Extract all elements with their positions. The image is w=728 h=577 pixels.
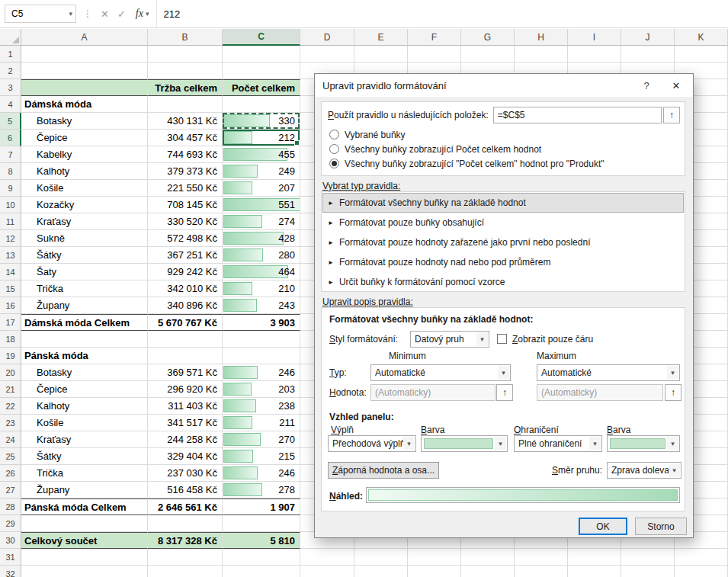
row-header-29[interactable]: 29 (0, 515, 21, 532)
border-color-dropdown[interactable]: ▾ (607, 435, 680, 452)
col-header-E[interactable]: E (354, 29, 408, 46)
cell-C30[interactable]: 5 810 (223, 532, 300, 549)
cell-H1[interactable] (515, 46, 568, 63)
radio-button[interactable] (329, 159, 339, 168)
cell-A4[interactable]: Dámská móda (21, 96, 148, 113)
cell-C26[interactable]: 246 (223, 465, 300, 482)
cell-A16[interactable]: Župany (21, 297, 148, 314)
cell-B22[interactable]: 311 403 Kč (148, 398, 223, 415)
cell-F31[interactable] (408, 549, 461, 566)
row-header-23[interactable]: 23 (0, 415, 21, 431)
cell-F32[interactable] (408, 566, 461, 577)
row-header-1[interactable]: 1 (0, 46, 21, 63)
cell-B19[interactable] (148, 348, 223, 364)
cell-A25[interactable]: Šátky (21, 448, 148, 465)
cell-G32[interactable] (461, 566, 515, 577)
rule-type-item-5[interactable]: ►Určit buňky k formátování pomocí vzorce (322, 272, 684, 292)
cell-B11[interactable]: 330 520 Kč (148, 213, 223, 230)
row-header-22[interactable]: 22 (0, 398, 21, 415)
cell-C12[interactable]: 428 (223, 230, 300, 247)
cell-C10[interactable]: 551 (223, 197, 300, 213)
cell-B20[interactable]: 369 571 Kč (148, 364, 223, 381)
formula-input[interactable]: 212 (156, 0, 728, 27)
cell-A10[interactable]: Kozačky (21, 197, 148, 213)
row-header-32[interactable]: 32 (0, 566, 21, 577)
row-header-11[interactable]: 11 (0, 213, 21, 230)
fill-type-dropdown[interactable]: Přechodová výplň ▾ (328, 435, 416, 452)
cell-A6[interactable]: Čepice (21, 130, 148, 146)
row-header-8[interactable]: 8 (0, 163, 21, 180)
cell-A30[interactable]: Celkový součet (21, 532, 148, 549)
fill-handle[interactable] (294, 140, 300, 146)
col-header-C[interactable]: C (223, 29, 300, 46)
cell-A1[interactable] (21, 46, 148, 63)
cell-J31[interactable] (621, 549, 675, 566)
row-header-12[interactable]: 12 (0, 230, 21, 247)
cell-B24[interactable]: 244 258 Kč (148, 431, 223, 448)
row-header-7[interactable]: 7 (0, 146, 21, 163)
cell-J1[interactable] (621, 46, 675, 63)
apply-scope-option-3[interactable]: Všechny buňky zobrazující "Počet celkem"… (329, 156, 680, 171)
cell-C21[interactable]: 203 (223, 381, 300, 398)
format-style-dropdown[interactable]: Datový pruh ▾ (410, 331, 489, 348)
cell-C7[interactable]: 455 (223, 146, 300, 163)
cell-C13[interactable]: 280 (223, 247, 300, 264)
cancel-button[interactable]: Storno (635, 518, 687, 535)
cell-A8[interactable]: Kalhoty (21, 163, 148, 180)
cell-B10[interactable]: 708 145 Kč (148, 197, 223, 213)
show-bar-only-label[interactable]: Zobrazit pouze čáru (512, 331, 593, 348)
cell-C23[interactable]: 211 (223, 415, 300, 431)
cell-C24[interactable]: 270 (223, 431, 300, 448)
cell-K32[interactable] (675, 566, 728, 577)
col-header-B[interactable]: B (148, 29, 223, 46)
cell-B26[interactable]: 237 030 Kč (148, 465, 223, 482)
ok-button[interactable]: OK (579, 518, 627, 535)
rule-type-item-1[interactable]: ►Formátovat všechny buňky na základě hod… (322, 193, 684, 213)
cell-A5[interactable]: Botasky (21, 113, 148, 130)
cell-J32[interactable] (621, 566, 675, 577)
cell-A15[interactable]: Trička (21, 280, 148, 297)
col-header-D[interactable]: D (300, 29, 354, 46)
cell-D31[interactable] (300, 549, 354, 566)
cell-B8[interactable]: 379 373 Kč (148, 163, 223, 180)
row-header-27[interactable]: 27 (0, 482, 21, 498)
cell-C4[interactable] (223, 96, 300, 113)
cell-A18[interactable] (21, 331, 148, 348)
cell-D1[interactable] (300, 46, 354, 63)
col-header-I[interactable]: I (568, 29, 621, 46)
col-header-H[interactable]: H (515, 29, 568, 46)
cell-B15[interactable]: 342 010 Kč (148, 280, 223, 297)
cell-A13[interactable]: Šátky (21, 247, 148, 264)
row-header-2[interactable]: 2 (0, 63, 21, 79)
col-header-J[interactable]: J (621, 29, 675, 46)
value-minimum-field[interactable]: (Automaticky) (370, 384, 495, 401)
cell-B17[interactable]: 5 670 767 Kč (148, 314, 223, 331)
cell-C8[interactable]: 249 (223, 163, 300, 180)
row-header-24[interactable]: 24 (0, 431, 21, 448)
rule-type-item-3[interactable]: ►Formátovat pouze hodnoty zařazené jako … (322, 232, 684, 252)
cell-C29[interactable] (223, 515, 300, 532)
row-header-10[interactable]: 10 (0, 197, 21, 213)
radio-button[interactable] (329, 130, 339, 139)
cell-A2[interactable] (21, 63, 148, 79)
help-icon[interactable]: ? (633, 74, 659, 97)
apply-range-input[interactable]: =$C$5 (493, 107, 662, 123)
cell-A32[interactable] (21, 566, 148, 577)
cell-B31[interactable] (148, 549, 223, 566)
row-header-3[interactable]: 3 (0, 79, 21, 96)
row-header-19[interactable]: 19 (0, 348, 21, 364)
cell-G1[interactable] (461, 46, 515, 63)
collapse-dialog-button[interactable]: ↑ (665, 384, 681, 401)
cell-A9[interactable]: Košile (21, 180, 148, 197)
cell-E1[interactable] (354, 46, 408, 63)
value-maximum-field[interactable]: (Automaticky) (537, 384, 663, 401)
row-header-20[interactable]: 20 (0, 364, 21, 381)
row-header-15[interactable]: 15 (0, 280, 21, 297)
row-header-30[interactable]: 30 (0, 532, 21, 549)
cell-C18[interactable] (223, 331, 300, 348)
cell-A14[interactable]: Šaty (21, 264, 148, 280)
cell-I31[interactable] (568, 549, 621, 566)
cell-A31[interactable] (21, 549, 148, 566)
cell-C3[interactable]: Počet celkem (223, 79, 300, 96)
cell-A20[interactable]: Botasky (21, 364, 148, 381)
